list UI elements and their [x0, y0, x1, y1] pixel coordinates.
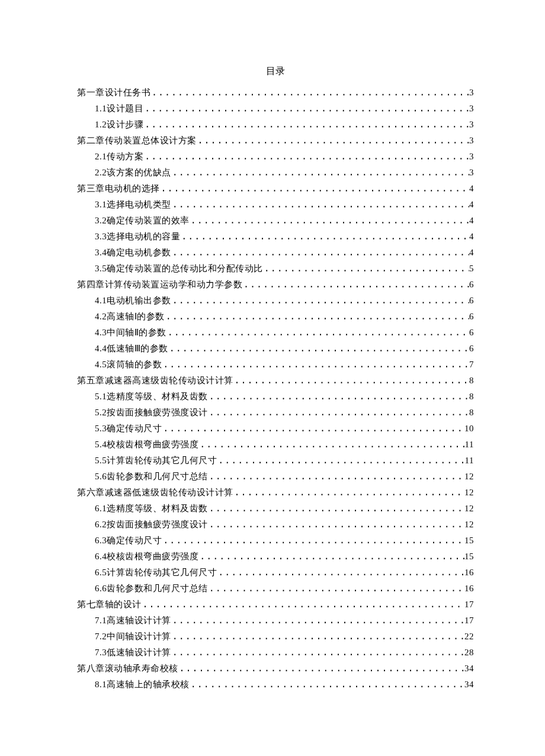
toc-entry: 6.1选精度等级、材料及齿数12: [77, 501, 474, 517]
toc-entry-page: 16: [464, 581, 474, 597]
toc-leader-dots: [198, 549, 464, 565]
toc-entry-page: 11: [465, 453, 474, 469]
toc-entry-label: 第七章轴的设计: [77, 597, 142, 613]
toc-leader-dots: [197, 133, 470, 149]
toc-entry-page: 8: [469, 389, 474, 405]
toc-leader-dots: [263, 261, 469, 277]
toc-entry-page: 22: [464, 629, 474, 645]
toc-entry-label: 6.6齿轮参数和几何尺寸总结: [95, 581, 208, 597]
toc-entry-label: 6.1选精度等级、材料及齿数: [95, 501, 208, 517]
toc-entry: 7.3低速轴设计计算28: [77, 645, 474, 661]
toc-entry: 3.3选择电动机的容量4: [77, 229, 474, 245]
toc-entry-label: 4.5滚筒轴的参数: [95, 357, 162, 373]
toc-entry-page: 12: [464, 517, 474, 533]
toc-leader-dots: [143, 101, 469, 117]
toc-leader-dots: [165, 309, 469, 325]
toc-entry: 第一章设计任务书3: [77, 85, 474, 101]
toc-leader-dots: [217, 453, 464, 469]
toc-entry: 8.1高速轴上的轴承校核34: [77, 677, 474, 693]
toc-leader-dots: [162, 421, 464, 437]
toc-entry-label: 5.3确定传动尺寸: [95, 421, 162, 437]
toc-entry-page: 10: [464, 421, 474, 437]
toc-entry-label: 第八章滚动轴承寿命校核: [77, 661, 178, 677]
toc-entry: 1.1设计题目3: [77, 101, 474, 117]
toc-entry: 4.4低速轴Ⅲ的参数6: [77, 341, 474, 357]
toc-entry-page: 6: [469, 277, 474, 293]
toc-entry-page: 8: [469, 373, 474, 389]
toc-entry: 6.5计算齿轮传动其它几何尺寸16: [77, 565, 474, 581]
toc-leader-dots: [190, 213, 469, 229]
toc-entry: 5.4校核齿根弯曲疲劳强度11: [77, 437, 474, 453]
toc-entry-page: 3: [469, 101, 474, 117]
toc-entry-page: 17: [464, 597, 474, 613]
toc-entry-label: 5.2按齿面接触疲劳强度设计: [95, 405, 208, 421]
toc-entry: 5.1选精度等级、材料及齿数8: [77, 389, 474, 405]
toc-entry-page: 28: [464, 645, 474, 661]
toc-title: 目录: [77, 65, 474, 78]
toc-leader-dots: [166, 325, 469, 341]
toc-leader-dots: [168, 341, 469, 357]
toc-entry: 2.2该方案的优缺点3: [77, 165, 474, 181]
toc-entry-page: 6: [469, 309, 474, 325]
toc-leader-dots: [171, 245, 469, 261]
toc-leader-dots: [171, 613, 464, 629]
toc-entry: 3.1选择电动机类型4: [77, 197, 474, 213]
toc-entry-page: 7: [469, 357, 474, 373]
toc-entry: 第八章滚动轴承寿命校核34: [77, 661, 474, 677]
toc-entry-page: 6: [469, 341, 474, 357]
toc-entry-label: 2.1传动方案: [95, 149, 143, 165]
toc-entry-page: 4: [469, 229, 474, 245]
toc-entry: 4.5滚筒轴的参数7: [77, 357, 474, 373]
toc-leader-dots: [171, 645, 464, 661]
toc-leader-dots: [233, 373, 470, 389]
toc-entry-label: 6.2按齿面接触疲劳强度设计: [95, 517, 208, 533]
toc-entry-page: 3: [469, 85, 474, 101]
toc-leader-dots: [162, 357, 469, 373]
toc-entry-label: 第六章减速器低速级齿轮传动设计计算: [77, 485, 233, 501]
toc-leader-dots: [198, 437, 464, 453]
toc-entry-label: 第二章传动装置总体设计方案: [77, 133, 197, 149]
toc-entry-label: 5.4校核齿根弯曲疲劳强度: [95, 437, 198, 453]
toc-entry-page: 17: [464, 613, 474, 629]
toc-leader-dots: [178, 661, 465, 677]
toc-entry: 第五章减速器高速级齿轮传动设计计算8: [77, 373, 474, 389]
toc-leader-dots: [208, 501, 464, 517]
toc-entry-label: 1.1设计题目: [95, 101, 143, 117]
toc-entry-label: 7.1高速轴设计计算: [95, 613, 171, 629]
toc-entry-page: 4: [469, 197, 474, 213]
toc-leader-dots: [160, 181, 470, 197]
toc-entry: 3.4确定电动机参数4: [77, 245, 474, 261]
toc-entry-label: 第一章设计任务书: [77, 85, 150, 101]
toc-entry: 1.2设计步骤3: [77, 117, 474, 133]
toc-entry: 第六章减速器低速级齿轮传动设计计算12: [77, 485, 474, 501]
toc-entry: 5.5计算齿轮传动其它几何尺寸11: [77, 453, 474, 469]
toc-entry-label: 4.2高速轴Ⅰ的参数: [95, 309, 165, 325]
toc-entry-page: 6: [469, 325, 474, 341]
toc-entry-label: 1.2设计步骤: [95, 117, 143, 133]
toc-entry-label: 3.5确定传动装置的总传动比和分配传动比: [95, 261, 263, 277]
toc-entry-page: 4: [469, 181, 474, 197]
toc-entry: 6.2按齿面接触疲劳强度设计12: [77, 517, 474, 533]
toc-entry: 第三章电动机的选择4: [77, 181, 474, 197]
toc-entry-label: 第五章减速器高速级齿轮传动设计计算: [77, 373, 233, 389]
toc-entry-page: 3: [469, 149, 474, 165]
toc-leader-dots: [180, 229, 469, 245]
toc-leader-dots: [171, 629, 464, 645]
toc-entry: 2.1传动方案3: [77, 149, 474, 165]
toc-leader-dots: [190, 677, 464, 693]
toc-entry-label: 7.3低速轴设计计算: [95, 645, 171, 661]
toc-entry: 第七章轴的设计17: [77, 597, 474, 613]
toc-entry-label: 第四章计算传动装置运动学和动力学参数: [77, 277, 242, 293]
toc-entry: 4.2高速轴Ⅰ的参数6: [77, 309, 474, 325]
toc-entry-label: 6.4校核齿根弯曲疲劳强度: [95, 549, 198, 565]
toc-entry-label: 4.3中间轴Ⅱ的参数: [95, 325, 166, 341]
toc-entry-label: 6.3确定传动尺寸: [95, 533, 162, 549]
toc-entry-label: 7.2中间轴设计计算: [95, 629, 171, 645]
toc-leader-dots: [208, 405, 469, 421]
toc-entry-label: 5.1选精度等级、材料及齿数: [95, 389, 208, 405]
toc-entry: 第二章传动装置总体设计方案3: [77, 133, 474, 149]
toc-leader-dots: [143, 117, 469, 133]
toc-entry-page: 5: [469, 261, 474, 277]
toc-entry: 6.3确定传动尺寸15: [77, 533, 474, 549]
toc-entry: 6.6齿轮参数和几何尺寸总结16: [77, 581, 474, 597]
